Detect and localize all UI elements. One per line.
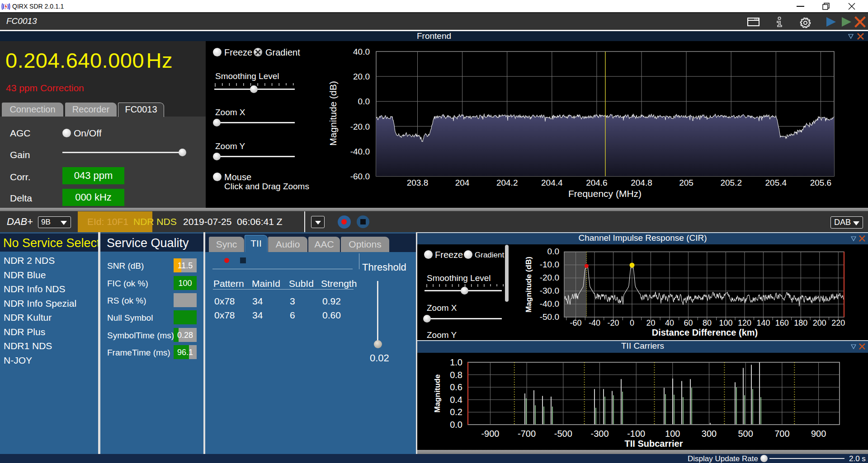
svg-text:TII Subcarrier: TII Subcarrier xyxy=(625,439,683,449)
svg-text:900: 900 xyxy=(811,429,826,439)
svg-text:-20.0: -20.0 xyxy=(350,122,370,131)
svg-text:100: 100 xyxy=(665,429,680,439)
svg-text:0.2: 0.2 xyxy=(450,407,462,417)
svg-text:1.0: 1.0 xyxy=(450,357,462,367)
svg-text:80: 80 xyxy=(703,318,712,327)
svg-text:-100: -100 xyxy=(627,429,645,439)
svg-text:100: 100 xyxy=(719,318,732,327)
svg-text:120: 120 xyxy=(738,318,751,327)
svg-text:140: 140 xyxy=(756,318,770,327)
svg-text:-40.0: -40.0 xyxy=(350,147,370,156)
svg-text:0: 0 xyxy=(630,318,634,327)
svg-text:205.2: 205.2 xyxy=(720,178,742,187)
svg-text:0.0: 0.0 xyxy=(450,420,462,430)
svg-text:-20: -20 xyxy=(607,318,619,327)
svg-text:-40: -40 xyxy=(589,318,600,327)
svg-text:Magnitude (dB): Magnitude (dB) xyxy=(328,81,338,146)
svg-text:-10.0: -10.0 xyxy=(540,260,559,269)
svg-text:-20.0: -20.0 xyxy=(540,273,559,282)
svg-text:0.6: 0.6 xyxy=(450,382,462,392)
svg-text:0.4: 0.4 xyxy=(450,395,462,405)
svg-text:180: 180 xyxy=(794,318,807,327)
svg-text:204.8: 204.8 xyxy=(631,178,652,187)
svg-text:60: 60 xyxy=(684,318,693,327)
svg-text:-700: -700 xyxy=(518,429,536,439)
svg-text:500: 500 xyxy=(738,429,753,439)
svg-text:205: 205 xyxy=(679,178,693,187)
svg-text:204.6: 204.6 xyxy=(586,178,608,187)
svg-text:220: 220 xyxy=(831,318,845,327)
svg-text:0.8: 0.8 xyxy=(450,370,462,380)
svg-text:-60: -60 xyxy=(570,318,582,327)
svg-text:40: 40 xyxy=(665,318,674,327)
svg-text:205.6: 205.6 xyxy=(810,178,832,187)
svg-text:204: 204 xyxy=(455,178,470,187)
svg-text:-300: -300 xyxy=(590,429,609,439)
svg-text:20.0: 20.0 xyxy=(353,72,370,81)
svg-text:0.0: 0.0 xyxy=(358,97,370,106)
svg-text:Magnitude (dB): Magnitude (dB) xyxy=(524,257,533,313)
svg-text:160: 160 xyxy=(775,318,789,327)
svg-text:205.4: 205.4 xyxy=(765,178,787,187)
svg-text:-40.0: -40.0 xyxy=(540,299,559,309)
svg-text:204.4: 204.4 xyxy=(541,178,563,187)
svg-text:-50.0: -50.0 xyxy=(540,312,559,322)
svg-text:203.8: 203.8 xyxy=(407,178,429,187)
svg-text:-900: -900 xyxy=(481,429,499,439)
svg-text:-30.0: -30.0 xyxy=(540,286,559,295)
svg-text:700: 700 xyxy=(774,429,789,439)
svg-text:-60.0: -60.0 xyxy=(350,172,370,181)
svg-text:204.2: 204.2 xyxy=(496,178,518,187)
svg-text:200: 200 xyxy=(813,318,826,327)
svg-text:Frequency (MHz): Frequency (MHz) xyxy=(568,188,642,199)
svg-text:Magnitude: Magnitude xyxy=(433,374,442,413)
svg-text:0.0: 0.0 xyxy=(547,247,559,256)
svg-text:Distance Difference (km): Distance Difference (km) xyxy=(652,327,758,337)
svg-text:40.0: 40.0 xyxy=(353,47,370,56)
svg-text:300: 300 xyxy=(702,429,717,439)
svg-text:-500: -500 xyxy=(554,429,572,439)
svg-text:20: 20 xyxy=(646,318,655,327)
